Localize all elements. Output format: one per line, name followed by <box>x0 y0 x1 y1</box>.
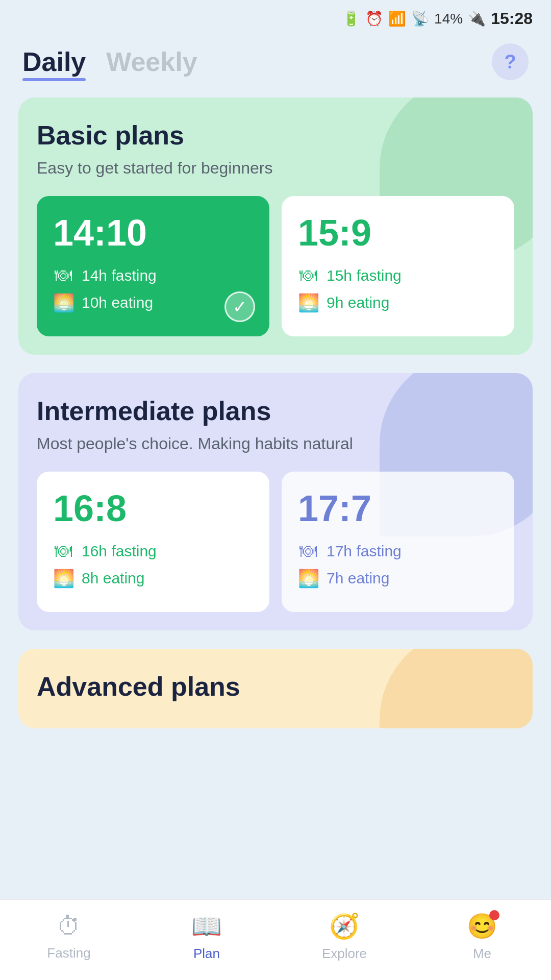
eating-icon-159: 🌅 <box>298 292 318 313</box>
advanced-plans-section: Advanced plans <box>18 649 533 728</box>
plan-card-168[interactable]: 16:8 🍽 16h fasting 🌅 8h eating <box>37 472 269 612</box>
basic-plans-section: Basic plans Easy to get started for begi… <box>18 97 533 355</box>
eating-label-168: 8h eating <box>82 570 144 587</box>
me-nav-label: Me <box>473 946 491 962</box>
plan-ratio-159: 15:9 <box>298 214 498 251</box>
fasting-icon-1410: 🍽 <box>53 265 73 285</box>
fasting-label-159: 15h fasting <box>327 267 402 284</box>
intermediate-plans-subtitle: Most people's choice. Making habits natu… <box>37 434 514 453</box>
signal-icon: 📡 <box>411 10 429 27</box>
eating-icon-177: 🌅 <box>298 568 318 589</box>
plan-ratio-1410: 14:10 <box>53 214 253 251</box>
plan-fasting-1410: 🍽 14h fasting <box>53 265 253 285</box>
eating-label-159: 9h eating <box>327 294 389 311</box>
plan-eating-168: 🌅 8h eating <box>53 568 253 589</box>
fasting-icon-159: 🍽 <box>298 265 318 285</box>
nav-me[interactable]: 😊 Me <box>413 912 551 962</box>
plan-eating-159: 🌅 9h eating <box>298 292 498 313</box>
plan-card-159[interactable]: 15:9 🍽 15h fasting 🌅 9h eating <box>282 196 514 336</box>
me-icon-wrapper: 😊 <box>467 912 497 941</box>
fasting-nav-icon: ⏱ <box>57 912 81 940</box>
battery-percentage: 14% <box>434 11 463 27</box>
basic-plans-cards: 14:10 🍽 14h fasting 🌅 10h eating ✓ 15:9 … <box>37 196 514 336</box>
selected-check-badge: ✓ <box>224 291 255 322</box>
tab-daily[interactable]: Daily <box>22 46 86 77</box>
status-time: 15:28 <box>491 9 533 28</box>
plan-ratio-177: 17:7 <box>298 490 498 527</box>
plan-ratio-168: 16:8 <box>53 490 253 527</box>
eating-icon-1410: 🌅 <box>53 292 73 313</box>
nav-explore[interactable]: 🧭 Explore <box>276 912 413 962</box>
wifi-icon: 📶 <box>388 10 406 27</box>
tabs-container: Daily Weekly <box>22 46 197 77</box>
advanced-plans-title: Advanced plans <box>37 671 514 702</box>
plan-eating-1410: 🌅 10h eating <box>53 292 253 313</box>
plan-fasting-168: 🍽 16h fasting <box>53 541 253 561</box>
plan-card-1410[interactable]: 14:10 🍽 14h fasting 🌅 10h eating ✓ <box>37 196 269 336</box>
basic-plans-title: Basic plans <box>37 120 514 151</box>
fasting-label-177: 17h fasting <box>327 543 402 560</box>
nav-fasting[interactable]: ⏱ Fasting <box>0 912 138 962</box>
bottom-nav: ⏱ Fasting 📖 Plan 🧭 Explore 😊 Me <box>0 899 551 980</box>
alarm-icon: ⏰ <box>365 10 383 27</box>
intermediate-plans-section: Intermediate plans Most people's choice.… <box>18 373 533 630</box>
help-button[interactable]: ? <box>492 43 529 80</box>
status-bar: 🔋 ⏰ 📶 📡 14% 🔌 15:28 <box>0 0 551 33</box>
eating-icon-168: 🌅 <box>53 568 73 589</box>
plan-card-177[interactable]: 17:7 🍽 17h fasting 🌅 7h eating <box>282 472 514 612</box>
eating-label-177: 7h eating <box>327 570 389 587</box>
explore-nav-icon: 🧭 <box>329 912 360 941</box>
basic-plans-subtitle: Easy to get started for beginners <box>37 159 514 178</box>
plan-fasting-159: 🍽 15h fasting <box>298 265 498 285</box>
fasting-icon-168: 🍽 <box>53 541 73 561</box>
main-content: Basic plans Easy to get started for begi… <box>0 92 551 830</box>
fasting-label-168: 16h fasting <box>82 543 157 560</box>
intermediate-plans-cards: 16:8 🍽 16h fasting 🌅 8h eating 17:7 🍽 17… <box>37 472 514 612</box>
plan-fasting-177: 🍽 17h fasting <box>298 541 498 561</box>
fasting-label-1410: 14h fasting <box>82 267 157 284</box>
battery-charging-icon: 🔋 <box>342 10 360 27</box>
plan-nav-label: Plan <box>193 946 220 962</box>
plan-nav-icon: 📖 <box>191 912 222 941</box>
header-tabs: Daily Weekly ? <box>0 33 551 92</box>
me-notification-dot <box>489 910 499 920</box>
status-icons: 🔋 ⏰ 📶 📡 14% 🔌 15:28 <box>342 9 533 28</box>
nav-plan[interactable]: 📖 Plan <box>138 912 276 962</box>
tab-weekly[interactable]: Weekly <box>106 46 197 77</box>
plan-eating-177: 🌅 7h eating <box>298 568 498 589</box>
fasting-icon-177: 🍽 <box>298 541 318 561</box>
fasting-nav-label: Fasting <box>47 945 90 961</box>
intermediate-plans-title: Intermediate plans <box>37 396 514 426</box>
eating-label-1410: 10h eating <box>82 294 153 311</box>
battery-icon: 🔌 <box>468 10 486 27</box>
explore-nav-label: Explore <box>322 946 367 962</box>
